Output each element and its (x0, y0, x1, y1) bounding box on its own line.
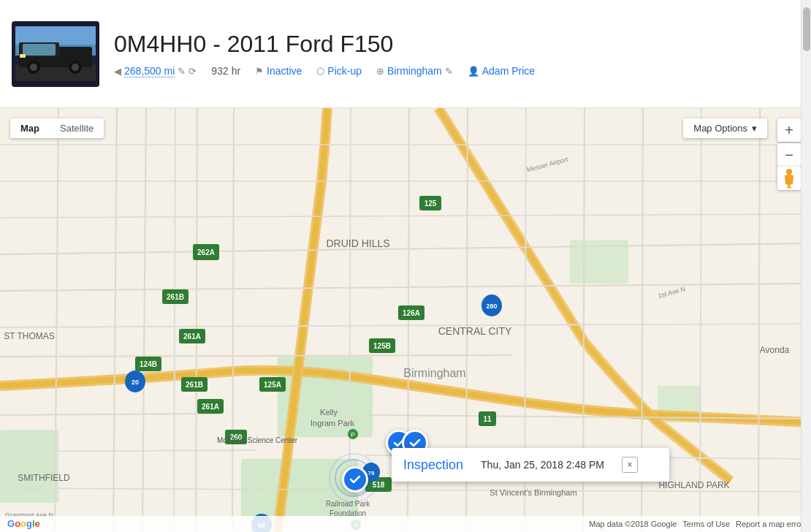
svg-text:SMITHFIELD: SMITHFIELD (18, 473, 70, 483)
terms-of-use-link[interactable]: Terms of Use (682, 520, 730, 528)
location-item: ⊕ Birmingham ✎ (376, 65, 453, 77)
svg-text:DRUID HILLS: DRUID HILLS (326, 238, 389, 249)
map-options-chevron-icon: ▾ (752, 123, 757, 134)
mileage-link[interactable]: 268,500 mi (124, 65, 175, 77)
map-type-satellite-button[interactable]: Satellite (50, 118, 104, 138)
scrollbar-thumb[interactable] (803, 7, 810, 51)
status-item: ⚑ Inactive (255, 65, 302, 77)
map-data-credit: Map data ©2018 Google (589, 520, 677, 528)
svg-text:Railroad Park: Railroad Park (326, 500, 371, 508)
svg-text:Avonda: Avonda (760, 345, 790, 355)
svg-rect-14 (0, 430, 58, 503)
map-options-button[interactable]: Map Options ▾ (683, 118, 767, 138)
map-pin-wrench[interactable] (342, 466, 368, 493)
svg-text:St Vincent's Birmingham: St Vincent's Birmingham (490, 488, 576, 497)
inspection-popup-date: Thu, Jan 25, 2018 2:48 PM (481, 459, 604, 471)
vehicle-info: 0M4HH0 - 2011 Ford F150 ◀ 268,500 mi ✎ ⟳… (114, 31, 799, 77)
vehicle-header: 0M4HH0 - 2011 Ford F150 ◀ 268,500 mi ✎ ⟳… (0, 0, 811, 108)
category-item: ⬡ Pick-up (316, 65, 362, 77)
scrollbar[interactable] (801, 0, 811, 532)
map-options-control: Map Options ▾ (683, 118, 767, 138)
checkmark-icon-3 (349, 474, 361, 485)
mileage-icon: ◀ (114, 66, 121, 77)
report-map-error-link[interactable]: Report a map error (736, 520, 804, 528)
pegman-icon (782, 168, 796, 189)
map-container: 262A 125 261B 124B 261A 126A 280 125B 20 (0, 108, 811, 532)
svg-rect-16 (241, 459, 358, 517)
location-link[interactable]: Birmingham (387, 65, 442, 77)
svg-text:124B: 124B (140, 360, 157, 368)
svg-point-8 (30, 64, 37, 71)
google-logo: Google (7, 518, 40, 529)
category-icon: ⬡ (316, 66, 324, 77)
svg-text:262A: 262A (197, 248, 215, 256)
driver-link[interactable]: Adam Price (482, 65, 535, 77)
driver-item: 👤 Adam Price (468, 65, 535, 77)
vehicle-title: 0M4HH0 - 2011 Ford F150 (114, 31, 799, 58)
zoom-in-button[interactable]: + (777, 118, 801, 142)
map-type-map-button[interactable]: Map (10, 118, 50, 138)
svg-text:125: 125 (424, 200, 437, 208)
svg-text:125A: 125A (264, 381, 281, 389)
svg-text:P: P (351, 431, 355, 438)
svg-text:11: 11 (483, 415, 492, 423)
location-edit-icon[interactable]: ✎ (445, 66, 453, 77)
map-footer: Google Map data ©2018 Google Terms of Us… (0, 516, 811, 532)
checkmark-icon-2 (409, 437, 421, 449)
pegman-control[interactable] (777, 167, 801, 190)
zoom-controls: + − (777, 118, 801, 168)
status-badge[interactable]: Inactive (267, 65, 302, 77)
inspection-popup-label: Inspection (403, 457, 463, 473)
svg-text:McWane Science Center: McWane Science Center (217, 436, 298, 444)
mileage-edit-icon[interactable]: ✎ (178, 66, 186, 77)
zoom-out-button[interactable]: − (777, 143, 801, 167)
status-icon: ⚑ (255, 66, 264, 77)
svg-point-10 (72, 64, 79, 71)
svg-text:CENTRAL CITY: CENTRAL CITY (438, 325, 512, 337)
svg-text:261B: 261B (186, 381, 203, 389)
svg-text:ST THOMAS: ST THOMAS (4, 331, 55, 341)
mileage-refresh-icon[interactable]: ⟳ (189, 66, 197, 77)
category-badge[interactable]: Pick-up (327, 65, 362, 77)
location-icon: ⊕ (376, 66, 384, 77)
svg-text:280: 280 (486, 303, 497, 310)
mileage-item: ◀ 268,500 mi ✎ ⟳ (114, 65, 197, 77)
svg-text:Ingram Park: Ingram Park (311, 419, 354, 428)
vehicle-meta: ◀ 268,500 mi ✎ ⟳ 932 hr ⚑ Inactive ⬡ Pic… (114, 65, 799, 77)
svg-rect-6 (23, 44, 56, 56)
svg-text:261B: 261B (167, 293, 184, 301)
svg-point-109 (786, 169, 792, 175)
svg-rect-11 (20, 54, 26, 58)
svg-text:261A: 261A (183, 332, 201, 341)
inspection-popup: Inspection Thu, Jan 25, 2018 2:48 PM × (392, 448, 669, 482)
map-type-control: Map Satellite (10, 118, 104, 138)
svg-text:Birmingham: Birmingham (403, 367, 465, 379)
svg-text:HIGHLAND PARK: HIGHLAND PARK (658, 480, 729, 490)
inspection-popup-close[interactable]: × (622, 457, 638, 473)
hours-item: 932 hr (211, 65, 240, 77)
svg-text:78: 78 (368, 470, 375, 476)
svg-line-111 (789, 184, 791, 189)
svg-text:Kelly: Kelly (320, 408, 338, 417)
svg-text:20: 20 (132, 379, 139, 386)
svg-text:126A: 126A (403, 309, 420, 317)
svg-text:261A: 261A (202, 403, 219, 411)
svg-text:518: 518 (373, 481, 385, 489)
vehicle-thumbnail (12, 21, 99, 87)
driver-icon: 👤 (468, 66, 479, 77)
map-options-label: Map Options (693, 123, 747, 134)
svg-text:125B: 125B (373, 342, 391, 350)
